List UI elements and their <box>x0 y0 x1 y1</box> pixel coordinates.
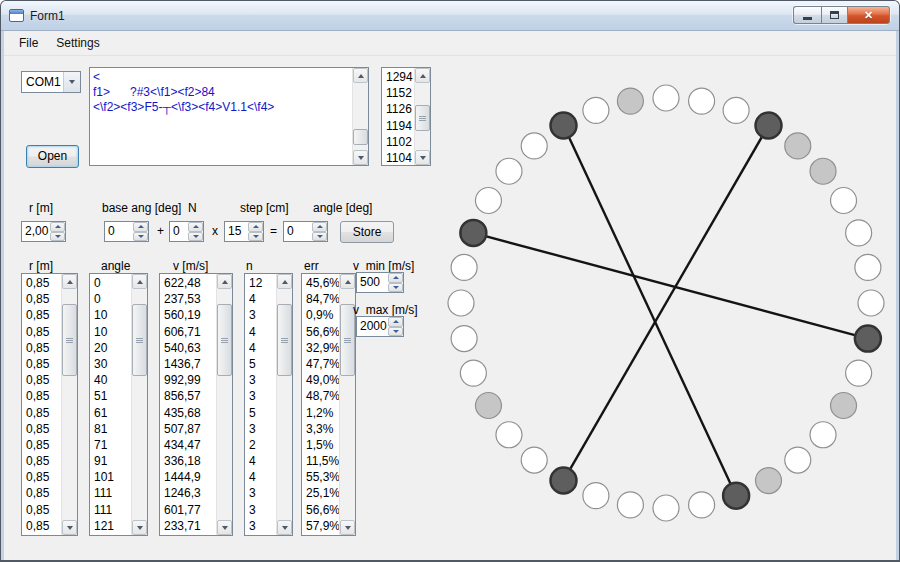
list-item[interactable]: 10 <box>91 307 131 323</box>
v-min-numeric[interactable]: 500 <box>356 272 404 293</box>
list-item[interactable]: 237,53 <box>161 291 216 307</box>
combo-dropdown-button[interactable] <box>63 72 80 92</box>
list-item[interactable]: 1104 <box>383 150 414 164</box>
step-input[interactable]: 15 <box>225 222 248 241</box>
scroll-thumb[interactable] <box>217 304 232 376</box>
list-item[interactable]: 540,63 <box>161 340 216 356</box>
spin-up-button[interactable] <box>133 222 148 232</box>
list-item[interactable]: 0,85 <box>23 485 61 501</box>
n-listbox[interactable]: 12434453353244333 <box>244 273 293 536</box>
scroll-up-button[interactable] <box>217 274 232 289</box>
list-item[interactable]: 32,9% <box>303 340 339 356</box>
scrollbar[interactable] <box>414 68 430 165</box>
scroll-up-button[interactable] <box>415 68 430 83</box>
list-item[interactable]: 51 <box>91 388 131 404</box>
angle-input[interactable]: 0 <box>284 222 312 241</box>
list-item[interactable]: 336,18 <box>161 453 216 469</box>
list-item[interactable]: 0,85 <box>23 307 61 323</box>
list-item[interactable]: 0,85 <box>23 388 61 404</box>
scroll-down-button[interactable] <box>132 520 147 535</box>
list-item[interactable]: 4 <box>246 291 276 307</box>
open-button[interactable]: Open <box>26 145 79 168</box>
velocity-listbox[interactable]: 622,48237,53560,19606,71540,631436,7992,… <box>159 273 233 536</box>
list-item[interactable]: 856,57 <box>161 388 216 404</box>
list-item[interactable]: 1444,9 <box>161 469 216 485</box>
scroll-thumb[interactable] <box>415 105 430 131</box>
scroll-thumb[interactable] <box>353 129 368 145</box>
scroll-thumb[interactable] <box>132 304 147 376</box>
spin-down-button[interactable] <box>388 283 403 293</box>
list-item[interactable]: 1194 <box>383 118 414 134</box>
list-item[interactable]: 1294 <box>383 69 414 85</box>
list-item[interactable]: 1102 <box>383 134 414 150</box>
list-item[interactable]: 3 <box>246 307 276 323</box>
scrollbar[interactable] <box>276 274 292 535</box>
scroll-thumb[interactable] <box>277 304 292 376</box>
list-item[interactable]: 0,85 <box>23 340 61 356</box>
base-angle-numeric[interactable]: 0 <box>104 221 149 242</box>
n-input[interactable]: 0 <box>170 222 188 241</box>
list-item[interactable]: 4 <box>246 324 276 340</box>
list-item[interactable]: 0,85 <box>23 518 61 534</box>
list-item[interactable]: 3 <box>246 485 276 501</box>
spin-up-button[interactable] <box>248 222 263 232</box>
list-item[interactable]: 111 <box>91 485 131 501</box>
list-item[interactable]: 81 <box>91 421 131 437</box>
error-listbox[interactable]: 45,6%84,7%0,9%56,6%32,9%47,7%49,0%48,7%1… <box>301 273 356 536</box>
spin-up-button[interactable] <box>50 222 65 232</box>
list-item[interactable]: 0,85 <box>23 502 61 518</box>
list-item[interactable]: 0,85 <box>23 469 61 485</box>
list-item[interactable]: 992,99 <box>161 372 216 388</box>
list-item[interactable]: 11,5% <box>303 453 339 469</box>
list-item[interactable]: 0 <box>91 275 131 291</box>
list-item[interactable]: 91 <box>91 453 131 469</box>
spin-down-button[interactable] <box>248 232 263 242</box>
spin-down-button[interactable] <box>188 232 203 242</box>
list-item[interactable]: 10 <box>91 324 131 340</box>
v-max-numeric[interactable]: 2000 <box>356 316 404 337</box>
list-item[interactable]: 0,85 <box>23 437 61 453</box>
list-item[interactable]: 606,71 <box>161 324 216 340</box>
spin-up-button[interactable] <box>188 222 203 232</box>
step-numeric[interactable]: 15 <box>224 221 264 242</box>
serial-log-textbox[interactable]: <f1> ?#3<\f1><f2>84<\f2><f3>F5-┬<\f3><f4… <box>89 67 369 166</box>
scrollbar[interactable] <box>216 274 232 535</box>
scroll-track[interactable] <box>353 83 368 150</box>
list-item[interactable]: 40 <box>91 372 131 388</box>
spin-down-button[interactable] <box>388 327 403 337</box>
scroll-down-button[interactable] <box>353 150 368 165</box>
list-item[interactable]: 0,85 <box>23 453 61 469</box>
list-item[interactable]: 61 <box>91 405 131 421</box>
scroll-down-button[interactable] <box>277 520 292 535</box>
list-item[interactable]: 0,85 <box>23 291 61 307</box>
scroll-track[interactable] <box>340 289 355 520</box>
scroll-down-button[interactable] <box>62 520 77 535</box>
scroll-track[interactable] <box>132 289 147 520</box>
list-item[interactable]: 0,85 <box>23 275 61 291</box>
minimize-button[interactable] <box>793 6 821 24</box>
scroll-track[interactable] <box>415 83 430 150</box>
list-item[interactable]: 3 <box>246 502 276 518</box>
list-item[interactable]: 1152 <box>383 85 414 101</box>
scrollbar[interactable] <box>131 274 147 535</box>
list-item[interactable]: 25,1% <box>303 485 339 501</box>
store-button[interactable]: Store <box>340 221 394 243</box>
list-item[interactable]: 1,5% <box>303 437 339 453</box>
spin-up-button[interactable] <box>388 273 403 283</box>
list-item[interactable]: 30 <box>91 356 131 372</box>
scroll-down-button[interactable] <box>340 520 355 535</box>
close-button[interactable]: ✕ <box>848 6 890 24</box>
list-item[interactable]: 0,85 <box>23 356 61 372</box>
list-item[interactable]: 3 <box>246 388 276 404</box>
counter-listbox[interactable]: 129411521126119411021104 <box>381 67 431 166</box>
base-angle-input[interactable]: 0 <box>105 222 133 241</box>
scroll-track[interactable] <box>277 289 292 520</box>
list-item[interactable]: 56,6% <box>303 324 339 340</box>
list-item[interactable]: 57,9% <box>303 518 339 534</box>
angle-listbox[interactable]: 0010102030405161817191101111111121 <box>89 273 148 536</box>
list-item[interactable]: 0,85 <box>23 421 61 437</box>
spin-down-button[interactable] <box>312 232 327 242</box>
list-item[interactable]: 0,85 <box>23 405 61 421</box>
scroll-up-button[interactable] <box>62 274 77 289</box>
list-item[interactable]: 55,3% <box>303 469 339 485</box>
